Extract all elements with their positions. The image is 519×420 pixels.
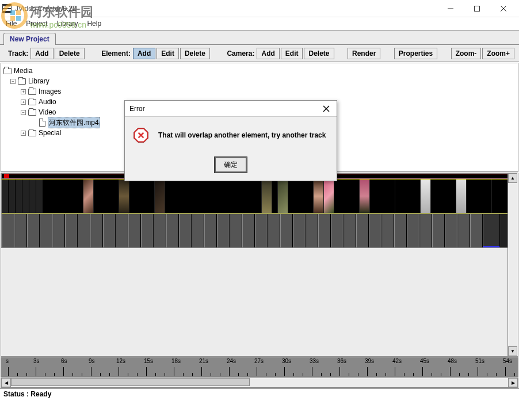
camera-delete-button[interactable]: Delete — [304, 48, 334, 59]
scroll-down-icon[interactable]: ▼ — [508, 346, 517, 356]
folder-icon — [28, 99, 36, 105]
ruler-label: 3s — [33, 358, 40, 364]
render-button[interactable]: Render — [348, 48, 380, 59]
status-text: Status : Ready — [3, 390, 51, 398]
error-icon — [133, 127, 149, 143]
titlebar: JVideo Creator/0.22 — [0, 0, 519, 17]
vertical-scrollbar[interactable]: ▲ ▼ — [507, 173, 518, 356]
close-button[interactable] — [490, 1, 517, 17]
folder-icon — [3, 68, 12, 74]
menu-library[interactable]: Library — [57, 20, 78, 28]
ruler-label: 18s — [171, 358, 181, 364]
ruler-label: 48s — [448, 358, 457, 364]
folder-icon — [28, 130, 36, 136]
svg-rect-1 — [475, 6, 480, 11]
dialog-message: That will overlap another element, try a… — [158, 131, 326, 139]
timeline-panel: ▲ ▼ — [1, 173, 518, 357]
scroll-left-icon[interactable]: ◀ — [1, 378, 11, 387]
time-ruler[interactable]: s3s6s9s12s15s18s21s24s27s30s33s36s39s42s… — [1, 357, 518, 377]
track-label: Track: — [8, 49, 28, 58]
expand-icon[interactable]: + — [21, 131, 26, 136]
tabbar: New Project — [0, 30, 519, 45]
track-add-button[interactable]: Add — [30, 48, 53, 59]
collapse-icon[interactable]: − — [21, 110, 26, 115]
tree-media[interactable]: Media — [3, 66, 516, 76]
minimize-button[interactable] — [437, 1, 464, 17]
tree-images[interactable]: +Images — [3, 86, 516, 97]
ruler-label: 12s — [116, 358, 125, 364]
zoom-out-button[interactable]: Zoom- — [451, 48, 482, 59]
dialog-titlebar[interactable]: Error — [125, 101, 337, 117]
camera-edit-button[interactable]: Edit — [281, 48, 303, 59]
file-icon — [39, 119, 45, 127]
scroll-up-icon[interactable]: ▲ — [508, 173, 517, 183]
statusbar: Status : Ready — [0, 388, 519, 400]
zoom-in-button[interactable]: Zoom+ — [482, 48, 514, 59]
ruler-label: 30s — [282, 358, 291, 364]
dialog-close-button[interactable] — [320, 103, 332, 114]
app-icon — [2, 4, 12, 13]
element-add-button[interactable]: Add — [133, 48, 155, 59]
ruler-label: 9s — [89, 358, 95, 364]
window-title: JVideo Creator/0.22 — [15, 5, 437, 13]
element-label: Element: — [101, 49, 131, 58]
ruler-label: 54s — [503, 358, 512, 364]
expand-icon[interactable]: + — [21, 100, 26, 105]
ruler-label: s — [6, 358, 9, 364]
camera-label: Camera: — [227, 49, 254, 58]
menubar: File Project Library Help — [0, 17, 519, 30]
maximize-button[interactable] — [464, 1, 490, 17]
horizontal-scrollbar[interactable]: ◀ ▶ — [1, 377, 518, 388]
ruler-label: 27s — [254, 358, 264, 364]
toolbar: Track: Add Delete Element: Add Edit Dele… — [0, 45, 519, 62]
ruler-label: 51s — [475, 358, 484, 364]
ruler-label: 24s — [227, 358, 236, 364]
folder-icon — [28, 89, 36, 95]
dialog-title-text: Error — [129, 105, 145, 113]
folder-icon — [18, 78, 26, 85]
ruler-label: 15s — [144, 358, 153, 364]
track-delete-button[interactable]: Delete — [55, 48, 85, 59]
camera-add-button[interactable]: Add — [257, 48, 279, 59]
ruler-label: 6s — [61, 358, 67, 364]
ruler-label: 36s — [337, 358, 346, 364]
properties-button[interactable]: Properties — [394, 48, 437, 59]
menu-file[interactable]: File — [6, 20, 17, 28]
scrollbar-thumb[interactable] — [11, 378, 250, 386]
collapse-icon[interactable]: − — [10, 79, 16, 84]
video-track[interactable] — [1, 179, 518, 213]
ruler-label: 33s — [310, 358, 319, 364]
ruler-label: 42s — [392, 358, 402, 364]
menu-project[interactable]: Project — [26, 20, 47, 28]
element-delete-button[interactable]: Delete — [180, 48, 210, 59]
audio-track[interactable] — [1, 213, 518, 248]
dialog-ok-button[interactable]: 确定 — [215, 157, 247, 173]
tab-new-project[interactable]: New Project — [3, 33, 56, 45]
ruler-label: 45s — [420, 358, 429, 364]
tree-library[interactable]: −Library — [3, 76, 516, 86]
close-icon — [323, 105, 330, 112]
expand-icon[interactable]: + — [21, 89, 26, 94]
menu-help[interactable]: Help — [87, 20, 101, 28]
ruler-label: 21s — [199, 358, 208, 364]
scroll-right-icon[interactable]: ▶ — [508, 378, 518, 387]
element-edit-button[interactable]: Edit — [157, 48, 179, 59]
error-dialog: Error That will overlap another element,… — [124, 100, 337, 181]
ruler-label: 39s — [365, 358, 374, 364]
folder-icon — [28, 109, 36, 116]
